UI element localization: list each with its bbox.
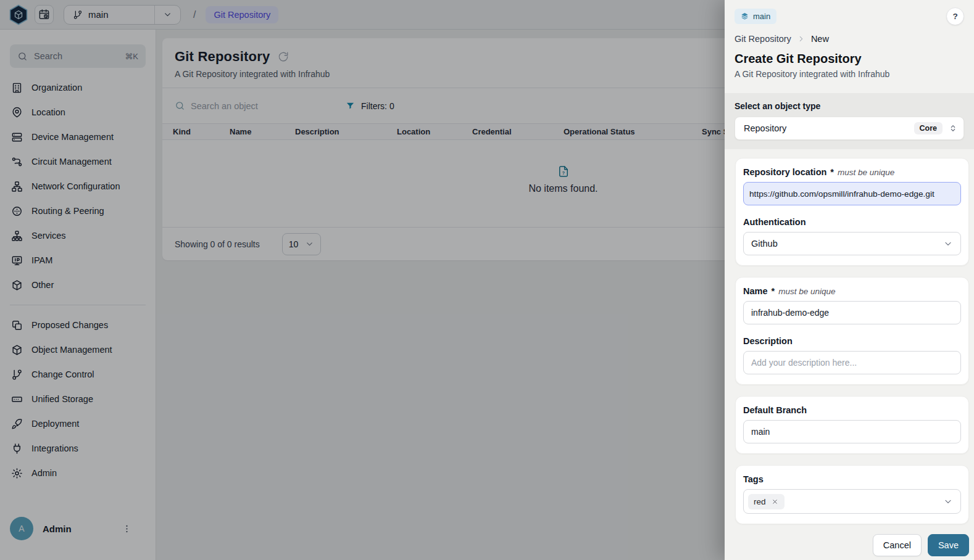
panel-header: main ? Git Repository New Create Git Rep… <box>725 0 974 79</box>
object-type-label: Select an object type <box>735 101 964 111</box>
panel-title: Create Git Repository <box>735 52 964 66</box>
namespace-badge: Core <box>914 122 943 134</box>
panel-form: Repository location * must be unique Aut… <box>725 149 974 524</box>
object-type-value: Repository <box>744 123 786 133</box>
chevron-right-icon <box>797 35 805 43</box>
tags-select[interactable]: red <box>743 489 961 514</box>
layers-icon <box>741 12 749 20</box>
panel-actions: Cancel Save <box>725 524 974 556</box>
required-marker: * <box>772 286 775 296</box>
chevron-down-icon <box>943 239 953 249</box>
authentication-select[interactable]: Github <box>743 232 961 255</box>
create-git-repository-panel: main ? Git Repository New Create Git Rep… <box>725 0 974 560</box>
panel-breadcrumb: Git Repository New <box>735 34 964 44</box>
chevron-down-icon <box>943 496 953 506</box>
tags-label: Tags <box>743 474 764 484</box>
unique-hint: must be unique <box>778 287 835 296</box>
required-marker: * <box>830 167 834 177</box>
remove-tag-icon[interactable] <box>771 498 779 506</box>
tag-chip-red: red <box>748 494 785 509</box>
object-type-select[interactable]: Repository Core <box>735 117 964 140</box>
object-type-section: Select an object type Repository Core <box>725 93 974 149</box>
cancel-button[interactable]: Cancel <box>873 534 922 556</box>
branch-badge-label: main <box>753 12 770 21</box>
panel-subtitle: A Git Repository integrated with Infrahu… <box>735 69 964 79</box>
authentication-value: Github <box>751 239 778 249</box>
location-label: Repository location <box>743 167 826 177</box>
breadcrumb-current: New <box>811 34 829 44</box>
name-input[interactable] <box>743 301 961 324</box>
branch-badge: main <box>735 9 776 24</box>
name-description-card: Name * must be unique Description <box>735 277 969 385</box>
tag-chip-label: red <box>754 497 766 506</box>
authentication-label: Authentication <box>743 217 806 227</box>
name-label: Name <box>743 286 768 296</box>
default-branch-input[interactable] <box>743 420 961 443</box>
chevrons-up-down-icon <box>948 123 958 133</box>
default-branch-card: Default Branch <box>735 396 969 454</box>
tags-card: Tags red <box>735 465 969 524</box>
location-auth-card: Repository location * must be unique Aut… <box>735 158 969 266</box>
repository-location-input[interactable] <box>743 182 961 205</box>
help-button[interactable]: ? <box>946 7 964 25</box>
description-label: Description <box>743 336 793 346</box>
unique-hint: must be unique <box>838 168 894 177</box>
breadcrumb-parent[interactable]: Git Repository <box>735 34 791 44</box>
default-branch-label: Default Branch <box>743 405 807 415</box>
save-button[interactable]: Save <box>928 534 969 556</box>
description-input[interactable] <box>743 351 961 374</box>
